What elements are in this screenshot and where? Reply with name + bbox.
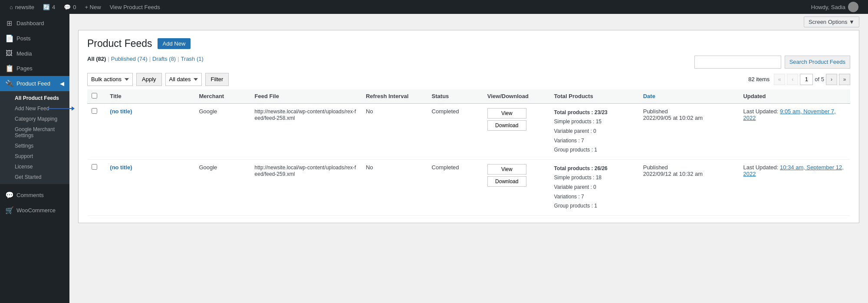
submenu-get-started[interactable]: Get Started xyxy=(0,172,69,182)
col-header-status: Status xyxy=(427,89,483,104)
select-all-checkbox[interactable] xyxy=(92,93,97,99)
sidebar-item-woocommerce[interactable]: 🛒 WooCommerce xyxy=(0,203,69,218)
last-page-button[interactable]: » xyxy=(839,74,850,85)
row-total-products-cell: Total products : 23/23 Simple products :… xyxy=(550,103,639,159)
row-merchant-cell: Google xyxy=(194,159,250,215)
col-header-refresh: Refresh Interval xyxy=(362,89,427,104)
row-feed-file-cell: http://newsite.local/wp-content/uploads/… xyxy=(250,103,362,159)
adminbar-view-label: View Product Feeds xyxy=(110,4,160,10)
user-avatar xyxy=(848,2,858,12)
apply-button[interactable]: Apply xyxy=(136,73,162,86)
sidebar-item-label: Posts xyxy=(16,35,31,42)
col-header-view-download: View/Download xyxy=(483,89,550,104)
add-new-button[interactable]: Add New xyxy=(158,38,191,49)
download-button[interactable]: Download xyxy=(487,176,526,187)
filter-search-row: Search Product Feeds All (82) | Publishe… xyxy=(87,56,850,73)
current-page-input[interactable] xyxy=(800,74,813,85)
screen-options-button[interactable]: Screen Options ▼ xyxy=(804,16,859,27)
sidebar-item-product-feed[interactable]: 🔌 Product Feed ◀ xyxy=(0,76,69,91)
submenu-settings[interactable]: Settings xyxy=(0,141,69,151)
adminbar-comments[interactable]: 💬 0 xyxy=(59,0,80,14)
submenu-category-mapping[interactable]: Category Mapping xyxy=(0,114,69,124)
page-title: Product Feeds xyxy=(87,37,152,50)
row-date-value: 2022/09/12 at 10:32 am xyxy=(643,171,703,177)
arrow-line xyxy=(48,108,72,109)
row-checkbox[interactable] xyxy=(92,164,97,170)
submenu-add-new[interactable]: Add New Feed xyxy=(0,103,69,114)
sidebar-item-comments[interactable]: 💬 Comments xyxy=(0,188,69,203)
pagination: 82 items « ‹ of 5 › » xyxy=(748,74,850,85)
filter-button[interactable]: Filter xyxy=(205,73,229,86)
last-updated-label: Last Updated: xyxy=(743,164,778,171)
wp-logo-icon: ⌂ xyxy=(10,4,13,10)
col-header-title: Title xyxy=(105,89,194,104)
search-input[interactable] xyxy=(694,56,781,69)
adminbar-howdy-text: Howdy, Sadia xyxy=(811,4,845,10)
row-refresh-cell: No xyxy=(362,103,427,159)
total-products-info: Total products : 23/23 Simple products :… xyxy=(554,108,635,155)
row-updated-cell: Last Updated: 9:05 am, November 7, 2022 xyxy=(739,103,850,159)
arrow-indicator xyxy=(48,106,75,111)
table-row: (no title) Google http://newsite.local/w… xyxy=(87,103,850,159)
row-checkbox-cell xyxy=(87,159,105,215)
prev-page-button[interactable]: ‹ xyxy=(787,74,798,85)
submenu-all-feeds[interactable]: All Product Feeds xyxy=(0,93,69,103)
date-sort-link[interactable]: Date xyxy=(643,93,655,99)
row-checkbox-cell xyxy=(87,103,105,159)
adminbar-new[interactable]: + New xyxy=(80,0,105,14)
submenu-support[interactable]: Support xyxy=(0,151,69,161)
admin-bar: ⌂ newsite 🔄 4 💬 0 + New View Product Fee… xyxy=(0,0,868,14)
search-button[interactable]: Search Product Feeds xyxy=(785,56,850,69)
updates-icon: 🔄 xyxy=(43,4,50,10)
row-feed-file-url: http://newsite.local/wp-content/uploads/… xyxy=(255,165,356,177)
product-feed-submenu: All Product Feeds Add New Feed Category … xyxy=(0,91,69,184)
row-feed-file-cell: http://newsite.local/wp-content/uploads/… xyxy=(250,159,362,215)
sidebar: ⊞ Dashboard 📄 Posts 🖼 Media 📋 Pages 🔌 Pr… xyxy=(0,14,69,303)
sidebar-item-label: Dashboard xyxy=(16,20,44,26)
row-status-cell: Completed xyxy=(427,103,483,159)
next-page-button[interactable]: › xyxy=(826,74,837,85)
search-area: Search Product Feeds xyxy=(694,56,850,69)
sidebar-item-media[interactable]: 🖼 Media xyxy=(0,46,69,61)
media-icon: 🖼 xyxy=(5,49,13,57)
sidebar-item-dashboard[interactable]: ⊞ Dashboard xyxy=(0,16,69,31)
row-title-cell: (no title) xyxy=(105,159,194,215)
table-toolbar: Bulk actions Apply All dates Filter 82 i… xyxy=(87,73,850,86)
row-date-type: Published xyxy=(643,164,668,171)
adminbar-updates[interactable]: 🔄 4 xyxy=(39,0,59,14)
adminbar-site[interactable]: ⌂ newsite xyxy=(5,0,39,14)
col-header-total-products: Total Products xyxy=(550,89,639,104)
dashboard-icon: ⊞ xyxy=(5,19,13,27)
total-products-info: Total products : 26/26 Simple products :… xyxy=(554,164,635,211)
row-title-link[interactable]: (no title) xyxy=(110,108,132,115)
sidebar-item-pages[interactable]: 📋 Pages xyxy=(0,61,69,76)
view-button[interactable]: View xyxy=(487,164,526,175)
bulk-actions-select[interactable]: Bulk actions xyxy=(87,73,133,86)
dates-select[interactable]: All dates xyxy=(165,73,202,86)
row-updated-cell: Last Updated: 10:34 am, September 12, 20… xyxy=(739,159,850,215)
filter-all[interactable]: All (82) xyxy=(87,56,106,62)
adminbar-view-feeds[interactable]: View Product Feeds xyxy=(105,0,164,14)
filter-trash[interactable]: Trash (1) xyxy=(181,56,204,62)
view-button[interactable]: View xyxy=(487,108,526,119)
of-pages-text: of 5 xyxy=(815,76,824,82)
download-button[interactable]: Download xyxy=(487,120,526,131)
row-title-link[interactable]: (no title) xyxy=(110,164,132,171)
row-total-products-cell: Total products : 26/26 Simple products :… xyxy=(550,159,639,215)
filter-published[interactable]: Published (74) xyxy=(111,56,148,62)
adminbar-howdy[interactable]: Howdy, Sadia xyxy=(807,0,863,14)
first-page-button[interactable]: « xyxy=(774,74,785,85)
posts-icon: 📄 xyxy=(5,34,13,43)
sidebar-item-posts[interactable]: 📄 Posts xyxy=(0,31,69,46)
pages-icon: 📋 xyxy=(5,64,13,72)
screen-options-bar: Screen Options ▼ xyxy=(69,14,868,30)
row-merchant-cell: Google xyxy=(194,103,250,159)
submenu-google-merchant[interactable]: Google Merchant Settings xyxy=(0,124,69,141)
row-checkbox[interactable] xyxy=(92,108,97,114)
col-header-merchant: Merchant xyxy=(194,89,250,104)
main-content: Screen Options ▼ Product Feeds Add New S… xyxy=(69,14,868,303)
col-header-updated: Updated xyxy=(739,89,850,104)
submenu-license[interactable]: License xyxy=(0,161,69,172)
items-count: 82 items xyxy=(748,76,769,82)
filter-drafts[interactable]: Drafts (8) xyxy=(152,56,176,62)
